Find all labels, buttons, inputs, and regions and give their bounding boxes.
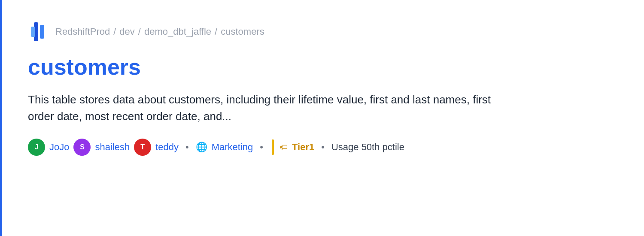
breadcrumb-sep-1: / xyxy=(113,26,116,37)
redshift-icon xyxy=(28,21,50,43)
yellow-accent-bar xyxy=(272,139,274,155)
page-title: customers xyxy=(28,55,500,79)
tag-icon: 🏷 xyxy=(280,143,288,152)
usage-text: Usage 50th pctile xyxy=(331,142,404,153)
user-teddy-name[interactable]: teddy xyxy=(155,142,179,153)
breadcrumb-part-3[interactable]: demo_dbt_jaffle xyxy=(144,26,211,37)
globe-icon: 🌐 xyxy=(196,142,207,153)
separator-1: • xyxy=(185,142,189,153)
avatar-jojo[interactable]: J xyxy=(28,139,45,156)
domain-tag[interactable]: Marketing xyxy=(212,142,253,153)
meta-row: J JoJo S shailesh T teddy • 🌐 Marketing … xyxy=(28,139,500,156)
svg-rect-1 xyxy=(40,25,44,39)
user-jojo-name[interactable]: JoJo xyxy=(49,142,69,153)
tier-label[interactable]: Tier1 xyxy=(292,142,314,153)
breadcrumb-part-4[interactable]: customers xyxy=(221,26,264,37)
breadcrumb-sep-2: / xyxy=(138,26,141,37)
avatar-teddy[interactable]: T xyxy=(134,139,151,156)
user-shailesh-name[interactable]: shailesh xyxy=(95,142,130,153)
breadcrumb-part-1[interactable]: RedshiftProd xyxy=(55,26,110,37)
main-content: RedshiftProd / dev / demo_dbt_jaffle / c… xyxy=(2,0,526,236)
breadcrumb-part-2[interactable]: dev xyxy=(119,26,134,37)
table-description: This table stores data about customers, … xyxy=(28,91,500,125)
avatar-shailesh-initial: S xyxy=(80,143,85,151)
avatar-shailesh[interactable]: S xyxy=(73,139,91,156)
breadcrumb-path: RedshiftProd / dev / demo_dbt_jaffle / c… xyxy=(55,26,264,37)
separator-3: • xyxy=(321,142,325,153)
avatar-jojo-initial: J xyxy=(35,143,39,151)
svg-rect-2 xyxy=(31,27,35,37)
breadcrumb-sep-3: / xyxy=(215,26,217,37)
avatar-teddy-initial: T xyxy=(140,143,145,151)
separator-2: • xyxy=(260,142,263,153)
breadcrumb: RedshiftProd / dev / demo_dbt_jaffle / c… xyxy=(28,21,500,43)
